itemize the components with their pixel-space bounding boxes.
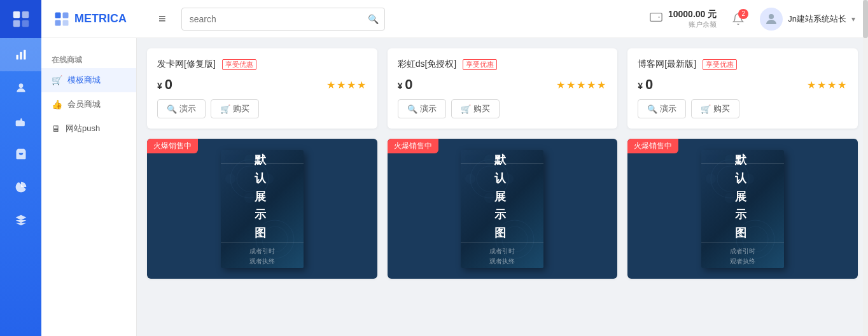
- search-icon: 🔍: [368, 14, 379, 24]
- book-decoration-br-2: [489, 214, 540, 265]
- svg-point-34: [725, 193, 735, 203]
- svg-point-26: [484, 193, 494, 203]
- search-icon-btn2: 🔍: [407, 104, 417, 114]
- svg-rect-3: [22, 20, 29, 27]
- balance-label: 账户余额: [668, 20, 717, 29]
- product-tag-1: 享受优惠: [222, 59, 256, 70]
- svg-rect-12: [63, 20, 69, 25]
- secondary-sidebar: 在线商城 🛒 模板商城 👍 会员商城 🖥 网站push: [41, 38, 137, 336]
- demo-button-2[interactable]: 🔍 演示: [398, 99, 446, 118]
- sidebar-item-template-mall[interactable]: 🛒 模板商城: [41, 68, 136, 92]
- search-input[interactable]: [181, 8, 385, 31]
- sidebar-item-users[interactable]: [0, 71, 41, 104]
- dropdown-arrow-icon: ▾: [851, 15, 855, 24]
- main-content: 发卡网[修复版] 享受优惠 ¥ 0 ★★★★ 🔍 演示: [137, 38, 868, 336]
- header-logo: METRICA: [54, 11, 143, 27]
- svg-point-32: [717, 166, 743, 192]
- svg-marker-8: [15, 215, 26, 220]
- sidebar-item-likes[interactable]: [0, 104, 41, 137]
- book-decoration-br-1: [249, 214, 300, 265]
- demo-button-3[interactable]: 🔍 演示: [638, 99, 686, 118]
- wallet-icon: [649, 10, 663, 27]
- sidebar-item-shop[interactable]: [0, 137, 41, 171]
- sidebar-item-pie[interactable]: [0, 171, 41, 204]
- book-cover-2: 默认展示图 成者引时观者执终: [388, 139, 618, 279]
- svg-rect-10: [63, 12, 69, 18]
- product-title-3: 博客网[最新版] 享受优惠: [638, 59, 848, 70]
- user-name: Jn建站系统站长: [788, 13, 846, 25]
- svg-point-28: [503, 174, 514, 184]
- book-decoration-tl-3: [704, 153, 755, 204]
- svg-point-18: [244, 193, 255, 203]
- svg-point-15: [230, 160, 269, 198]
- svg-point-37: [736, 220, 774, 258]
- product-price-1: ¥ 0: [157, 76, 172, 93]
- hot-badge-3: 火爆销售中: [627, 139, 678, 153]
- product-title-2: 彩虹ds[免授权] 享受优惠: [398, 59, 608, 70]
- book-decoration-br-3: [730, 214, 781, 265]
- svg-point-23: [470, 160, 508, 198]
- svg-rect-1: [22, 11, 29, 18]
- product-title-1: 发卡网[修复版] 享受优惠: [157, 59, 367, 70]
- product-card-2: 彩虹ds[免授权] 享受优惠 ¥ 0 ★★★★★ 🔍 演示: [388, 48, 618, 129]
- notification-bell[interactable]: 2: [727, 8, 750, 31]
- svg-point-29: [496, 220, 534, 258]
- product-tag-2: 享受优惠: [463, 59, 497, 70]
- sidebar-item-member-mall[interactable]: 👍 会员商城: [41, 92, 136, 116]
- member-mall-label: 会员商城: [67, 99, 101, 110]
- svg-point-17: [244, 155, 255, 165]
- hot-badge-1: 火爆销售中: [147, 139, 198, 153]
- search-bar: 🔍: [181, 8, 385, 31]
- main-sidebar: [0, 0, 41, 336]
- svg-point-33: [725, 155, 735, 165]
- product-card-1: 发卡网[修复版] 享受优惠 ¥ 0 ★★★★ 🔍 演示: [147, 48, 377, 129]
- buy-button-1[interactable]: 🛒 购买: [211, 99, 259, 118]
- search-icon-btn: 🔍: [167, 104, 177, 114]
- top-products-grid: 发卡网[修复版] 享受优惠 ¥ 0 ★★★★ 🔍 演示: [147, 48, 858, 129]
- book-card-1: 火爆销售中 默认: [147, 139, 377, 279]
- svg-rect-0: [13, 11, 20, 18]
- buy-button-2[interactable]: 🛒 购买: [451, 99, 500, 118]
- svg-point-31: [711, 160, 749, 198]
- product-stars-1: ★★★★: [326, 79, 367, 91]
- hamburger-button[interactable]: ≡: [153, 9, 171, 29]
- sidebar-item-analytics[interactable]: [0, 38, 41, 71]
- user-menu[interactable]: Jn建站系统站长 ▾: [760, 8, 855, 31]
- svg-point-7: [18, 83, 23, 88]
- product-price-3: ¥ 0: [638, 76, 653, 93]
- search-icon-btn3: 🔍: [647, 104, 657, 114]
- svg-rect-5: [20, 52, 22, 60]
- push-label: 网站push: [66, 123, 100, 134]
- thumbsup-icon: 👍: [52, 99, 62, 109]
- svg-point-35: [706, 174, 716, 184]
- book-products-grid: 火爆销售中 默认: [147, 139, 858, 279]
- cart-icon-btn2: 🛒: [461, 104, 471, 114]
- svg-rect-6: [24, 50, 25, 60]
- product-tag-3: 享受优惠: [703, 59, 737, 70]
- logo-text: METRICA: [74, 12, 127, 25]
- main-area: METRICA ≡ 🔍 10000.00 元 账户余额 2: [41, 0, 868, 336]
- svg-point-20: [263, 174, 274, 184]
- svg-rect-9: [55, 12, 61, 18]
- sidebar-logo: [0, 0, 41, 38]
- svg-point-27: [465, 174, 475, 184]
- book-card-3: 火爆销售中 默认: [627, 139, 858, 279]
- demo-button-1[interactable]: 🔍 演示: [157, 99, 206, 118]
- svg-point-36: [744, 174, 754, 184]
- scrollbar[interactable]: [863, 38, 868, 336]
- svg-point-24: [477, 166, 502, 192]
- notification-badge: 2: [738, 9, 748, 19]
- cart-icon-btn3: 🛒: [701, 104, 711, 114]
- book-decoration-tl-2: [464, 153, 515, 204]
- svg-rect-4: [16, 55, 18, 60]
- sidebar-item-layers[interactable]: [0, 204, 41, 237]
- balance-section: 10000.00 元 账户余额: [649, 8, 717, 29]
- template-mall-label: 模板商城: [67, 74, 101, 86]
- buy-button-3[interactable]: 🛒 购买: [691, 99, 739, 118]
- svg-rect-2: [13, 20, 20, 27]
- book-cover-1: 默认展示图 成者引时观者执终: [147, 139, 377, 279]
- sidebar-item-push[interactable]: 🖥 网站push: [41, 116, 136, 141]
- product-price-2: ¥ 0: [398, 76, 413, 93]
- monitor-icon: 🖥: [52, 123, 60, 134]
- svg-point-19: [225, 174, 235, 184]
